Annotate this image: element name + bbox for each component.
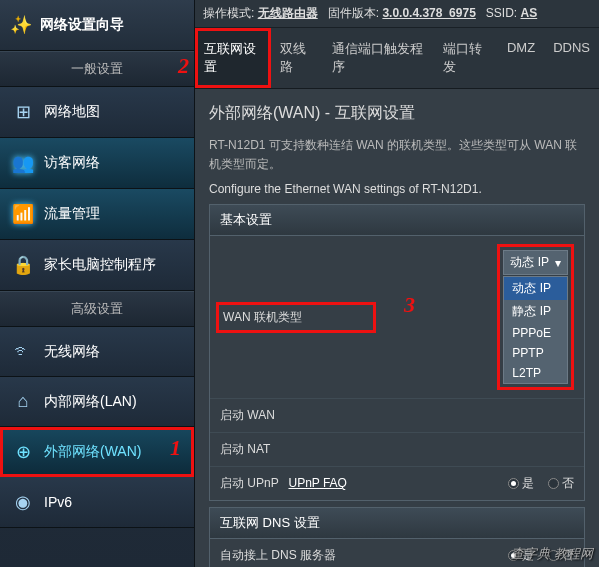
sidebar-item-label: 内部网络(LAN) bbox=[44, 393, 137, 411]
wan-type-label: WAN 联机类型 bbox=[216, 302, 376, 333]
tabs: 互联网设置 双线路 通信端口触发程序 端口转发 DMZ DDNS bbox=[195, 28, 599, 89]
sidebar-item-ipv6[interactable]: ◉IPv6 bbox=[0, 477, 194, 528]
option-dynamic-ip[interactable]: 动态 IP bbox=[504, 277, 567, 300]
network-map-icon: ⊞ bbox=[12, 101, 34, 123]
option-static-ip[interactable]: 静态 IP bbox=[504, 300, 567, 323]
sidebar: ✨ 网络设置向导 一般设置 ⊞网络地图 👥访客网络 📶流量管理 🔒家长电脑控制程… bbox=[0, 0, 195, 567]
sidebar-item-label: 访客网络 bbox=[44, 154, 100, 172]
basic-settings-panel: 基本设置 WAN 联机类型 动态 IP▾ 动态 IP 静态 IP PPPoE P… bbox=[209, 204, 585, 501]
tab-dmz[interactable]: DMZ bbox=[498, 28, 544, 88]
sidebar-item-wan[interactable]: ⊕外部网络(WAN) bbox=[0, 427, 194, 477]
tab-port-forward[interactable]: 端口转发 bbox=[434, 28, 498, 88]
upnp-yes-radio[interactable]: 是 bbox=[508, 475, 534, 492]
sidebar-item-label: 流量管理 bbox=[44, 205, 100, 223]
tab-dual-wan[interactable]: 双线路 bbox=[271, 28, 324, 88]
general-section-header: 一般设置 bbox=[0, 51, 194, 87]
wan-type-select-highlight: 动态 IP▾ 动态 IP 静态 IP PPPoE PPTP L2TP bbox=[497, 244, 574, 390]
wizard-button[interactable]: ✨ 网络设置向导 bbox=[0, 0, 194, 51]
enable-nat-label: 启动 NAT bbox=[220, 441, 380, 458]
tab-ddns[interactable]: DDNS bbox=[544, 28, 599, 88]
firmware-version[interactable]: 3.0.0.4.378_6975 bbox=[382, 6, 475, 20]
option-pptp[interactable]: PPTP bbox=[504, 343, 567, 363]
page-description: RT-N12D1 可支持数种连结 WAN 的联机类型。这些类型可从 WAN 联机… bbox=[209, 136, 585, 174]
sidebar-item-guest-network[interactable]: 👥访客网络 bbox=[0, 138, 194, 189]
main-content: 操作模式: 无线路由器 固件版本: 3.0.0.4.378_6975 SSID:… bbox=[195, 0, 599, 567]
sidebar-item-traffic[interactable]: 📶流量管理 bbox=[0, 189, 194, 240]
basic-settings-header: 基本设置 bbox=[210, 205, 584, 236]
sidebar-item-label: 外部网络(WAN) bbox=[44, 443, 141, 461]
ssid-value[interactable]: AS bbox=[521, 6, 538, 20]
option-pppoe[interactable]: PPPoE bbox=[504, 323, 567, 343]
wizard-label: 网络设置向导 bbox=[40, 16, 124, 34]
option-l2tp[interactable]: L2TP bbox=[504, 363, 567, 383]
enable-wan-label: 启动 WAN bbox=[220, 407, 380, 424]
magic-wand-icon: ✨ bbox=[10, 14, 32, 36]
sidebar-item-label: 家长电脑控制程序 bbox=[44, 256, 156, 274]
dns-settings-header: 互联网 DNS 设置 bbox=[210, 508, 584, 539]
traffic-icon: 📶 bbox=[12, 203, 34, 225]
page-description-en: Configure the Ethernet WAN settings of R… bbox=[209, 182, 585, 196]
advanced-section-header: 高级设置 bbox=[0, 291, 194, 327]
upnp-faq-link[interactable]: UPnP FAQ bbox=[288, 476, 346, 490]
topbar: 操作模式: 无线路由器 固件版本: 3.0.0.4.378_6975 SSID:… bbox=[195, 0, 599, 28]
sidebar-item-network-map[interactable]: ⊞网络地图 bbox=[0, 87, 194, 138]
guest-network-icon: 👥 bbox=[12, 152, 34, 174]
globe-icon: ⊕ bbox=[12, 441, 34, 463]
sidebar-item-parental[interactable]: 🔒家长电脑控制程序 bbox=[0, 240, 194, 291]
auto-dns-label: 自动接上 DNS 服务器 bbox=[220, 547, 380, 564]
sidebar-item-label: IPv6 bbox=[44, 494, 72, 510]
tab-port-trigger[interactable]: 通信端口触发程序 bbox=[323, 28, 433, 88]
chevron-down-icon: ▾ bbox=[555, 256, 561, 270]
sidebar-item-label: 网络地图 bbox=[44, 103, 100, 121]
wan-type-dropdown: 动态 IP 静态 IP PPPoE PPTP L2TP bbox=[503, 276, 568, 384]
sidebar-item-label: 无线网络 bbox=[44, 343, 100, 361]
wifi-icon: ᯤ bbox=[12, 341, 34, 362]
upnp-no-radio[interactable]: 否 bbox=[548, 475, 574, 492]
wan-type-select[interactable]: 动态 IP▾ bbox=[503, 250, 568, 275]
page-title: 外部网络(WAN) - 互联网设置 bbox=[209, 103, 585, 124]
operation-mode[interactable]: 无线路由器 bbox=[258, 6, 318, 20]
watermark: 查字典 教程网 bbox=[511, 545, 593, 563]
sidebar-item-lan[interactable]: ⌂内部网络(LAN) bbox=[0, 377, 194, 427]
enable-upnp-label: 启动 UPnP UPnP FAQ bbox=[220, 475, 380, 492]
ipv6-icon: ◉ bbox=[12, 491, 34, 513]
lock-icon: 🔒 bbox=[12, 254, 34, 276]
tab-internet-connection[interactable]: 互联网设置 bbox=[195, 28, 271, 88]
home-icon: ⌂ bbox=[12, 391, 34, 412]
sidebar-item-wireless[interactable]: ᯤ无线网络 bbox=[0, 327, 194, 377]
